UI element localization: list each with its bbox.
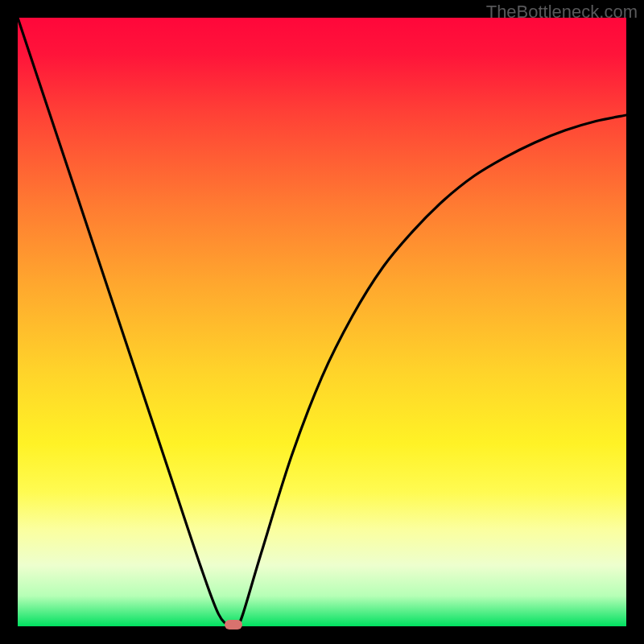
watermark-text: TheBottleneck.com <box>486 2 638 23</box>
chart-frame: TheBottleneck.com <box>0 0 644 644</box>
bottleneck-curve <box>18 18 626 626</box>
optimal-marker <box>225 620 242 630</box>
